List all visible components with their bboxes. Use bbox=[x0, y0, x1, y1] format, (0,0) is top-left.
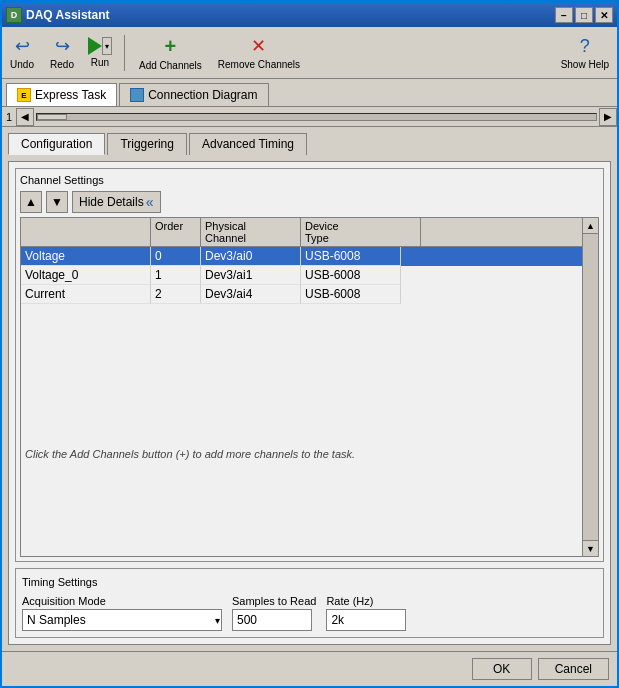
col-header-order: Order bbox=[151, 218, 201, 246]
scroll-track[interactable] bbox=[36, 113, 597, 121]
table-scroll-up-button[interactable]: ▲ bbox=[583, 218, 598, 234]
acq-mode-select-wrapper: N Samples 1 Sample (On Demand) 1 Sample … bbox=[22, 609, 222, 631]
tab-triggering-label: Triggering bbox=[120, 137, 174, 151]
cell-physical: Dev3/ai4 bbox=[201, 285, 301, 304]
cell-device: USB-6008 bbox=[301, 247, 401, 266]
table-scrollbar: ▲ ▼ bbox=[582, 218, 598, 556]
acq-mode-group: Acquisition Mode N Samples 1 Sample (On … bbox=[22, 595, 222, 631]
undo-label: Undo bbox=[10, 59, 34, 70]
hide-details-label: Hide Details bbox=[79, 195, 144, 209]
samples-group: Samples to Read bbox=[232, 595, 316, 631]
cell-order: 0 bbox=[151, 247, 201, 266]
samples-input[interactable] bbox=[232, 609, 312, 631]
cell-device: USB-6008 bbox=[301, 266, 401, 285]
tab-configuration[interactable]: Configuration bbox=[8, 133, 105, 155]
tab-advanced-timing-label: Advanced Timing bbox=[202, 137, 294, 151]
show-help-button[interactable]: ? Show Help bbox=[557, 34, 613, 72]
acq-mode-label: Acquisition Mode bbox=[22, 595, 222, 607]
redo-label: Redo bbox=[50, 59, 74, 70]
col-header-device: DeviceType bbox=[301, 218, 421, 246]
maximize-button[interactable]: □ bbox=[575, 7, 593, 23]
cancel-button[interactable]: Cancel bbox=[538, 658, 609, 680]
run-dropdown-icon[interactable]: ▾ bbox=[102, 37, 112, 55]
timing-settings-header: Timing Settings bbox=[22, 575, 597, 589]
timing-settings-section: Timing Settings Acquisition Mode N Sampl… bbox=[15, 568, 604, 638]
table-empty-space bbox=[21, 304, 582, 444]
toolbar: ↩ Undo ↪ Redo ▾ Run + Add Channels ✕ Rem… bbox=[2, 27, 617, 79]
run-label: Run bbox=[91, 57, 109, 68]
add-channels-icon: + bbox=[165, 35, 177, 58]
table-row[interactable]: Voltage_0 1 Dev3/ai1 USB-6008 bbox=[21, 266, 582, 285]
channel-settings-header: Channel Settings bbox=[20, 173, 599, 187]
add-channels-label: Add Channels bbox=[139, 60, 202, 71]
rate-group: Rate (Hz) bbox=[326, 595, 406, 631]
scroll-thumb[interactable] bbox=[37, 114, 67, 120]
help-icon: ? bbox=[580, 36, 590, 57]
rate-input[interactable] bbox=[326, 609, 406, 631]
inner-tabs-bar: Configuration Triggering Advanced Timing bbox=[8, 133, 611, 155]
move-up-button[interactable]: ▲ bbox=[20, 191, 42, 213]
undo-button[interactable]: ↩ Undo bbox=[6, 33, 38, 72]
main-content: Configuration Triggering Advanced Timing… bbox=[2, 127, 617, 651]
cell-device: USB-6008 bbox=[301, 285, 401, 304]
redo-button[interactable]: ↪ Redo bbox=[46, 33, 78, 72]
scroll-left-button[interactable]: ◀ bbox=[16, 108, 34, 126]
title-bar: D DAQ Assistant − □ ✕ bbox=[2, 3, 617, 27]
scroll-right-button[interactable]: ▶ bbox=[599, 108, 617, 126]
cell-physical: Dev3/ai1 bbox=[201, 266, 301, 285]
cell-order: 1 bbox=[151, 266, 201, 285]
tab-advanced-timing[interactable]: Advanced Timing bbox=[189, 133, 307, 155]
channel-settings-section: Channel Settings ▲ ▼ Hide Details « bbox=[15, 168, 604, 562]
undo-icon: ↩ bbox=[15, 35, 30, 57]
run-button[interactable]: ▾ Run bbox=[86, 35, 114, 70]
redo-icon: ↪ bbox=[55, 35, 70, 57]
tab-express-task-label: Express Task bbox=[35, 88, 106, 102]
toolbar-separator-1 bbox=[124, 35, 125, 71]
col-header-name bbox=[21, 218, 151, 246]
window-title: DAQ Assistant bbox=[26, 8, 555, 22]
app-icon: D bbox=[6, 7, 22, 23]
chevron-double-icon: « bbox=[146, 194, 154, 210]
move-down-button[interactable]: ▼ bbox=[46, 191, 68, 213]
table-inner: Order PhysicalChannel DeviceType Voltage… bbox=[21, 218, 582, 556]
channel-table: Order PhysicalChannel DeviceType Voltage… bbox=[20, 217, 599, 557]
remove-channels-button[interactable]: ✕ Remove Channels bbox=[214, 33, 304, 72]
table-row[interactable]: Voltage 0 Dev3/ai0 USB-6008 bbox=[21, 247, 582, 266]
cell-physical: Dev3/ai0 bbox=[201, 247, 301, 266]
cell-name: Voltage_0 bbox=[21, 266, 151, 285]
title-buttons: − □ ✕ bbox=[555, 7, 613, 23]
bottom-bar: OK Cancel bbox=[2, 651, 617, 686]
cell-order: 2 bbox=[151, 285, 201, 304]
run-arrow-icon bbox=[88, 37, 102, 55]
table-row[interactable]: Current 2 Dev3/ai4 USB-6008 bbox=[21, 285, 582, 304]
tab-triggering[interactable]: Triggering bbox=[107, 133, 187, 155]
tab-configuration-label: Configuration bbox=[21, 137, 92, 151]
hide-details-button[interactable]: Hide Details « bbox=[72, 191, 161, 213]
minimize-button[interactable]: − bbox=[555, 7, 573, 23]
remove-channels-label: Remove Channels bbox=[218, 59, 300, 70]
scroll-num-label: 1 bbox=[2, 111, 16, 123]
table-scroll-down-button[interactable]: ▼ bbox=[583, 540, 598, 556]
close-button[interactable]: ✕ bbox=[595, 7, 613, 23]
acq-mode-select[interactable]: N Samples 1 Sample (On Demand) 1 Sample … bbox=[22, 609, 222, 631]
show-help-label: Show Help bbox=[561, 59, 609, 70]
add-channels-button[interactable]: + Add Channels bbox=[135, 33, 206, 73]
cell-name: Voltage bbox=[21, 247, 151, 266]
tab-connection-diagram[interactable]: Connection Diagram bbox=[119, 83, 268, 106]
samples-label: Samples to Read bbox=[232, 595, 316, 607]
express-task-icon: E bbox=[17, 88, 31, 102]
col-header-physical: PhysicalChannel bbox=[201, 218, 301, 246]
cell-name: Current bbox=[21, 285, 151, 304]
rate-label: Rate (Hz) bbox=[326, 595, 406, 607]
main-tabs-bar: E Express Task Connection Diagram bbox=[2, 79, 617, 107]
ok-button[interactable]: OK bbox=[472, 658, 532, 680]
channel-toolbar: ▲ ▼ Hide Details « bbox=[20, 191, 599, 213]
tab-express-task[interactable]: E Express Task bbox=[6, 83, 117, 106]
timing-settings-legend: Timing Settings bbox=[22, 576, 97, 588]
main-window: D DAQ Assistant − □ ✕ ↩ Undo ↪ Redo ▾ Ru… bbox=[0, 0, 619, 688]
table-body: Voltage 0 Dev3/ai0 USB-6008 Voltage_0 1 … bbox=[21, 247, 582, 556]
connection-diagram-icon bbox=[130, 88, 144, 102]
timing-fields: Acquisition Mode N Samples 1 Sample (On … bbox=[22, 595, 597, 631]
configuration-panel: Channel Settings ▲ ▼ Hide Details « bbox=[8, 161, 611, 645]
channel-settings-legend: Channel Settings bbox=[20, 174, 104, 186]
